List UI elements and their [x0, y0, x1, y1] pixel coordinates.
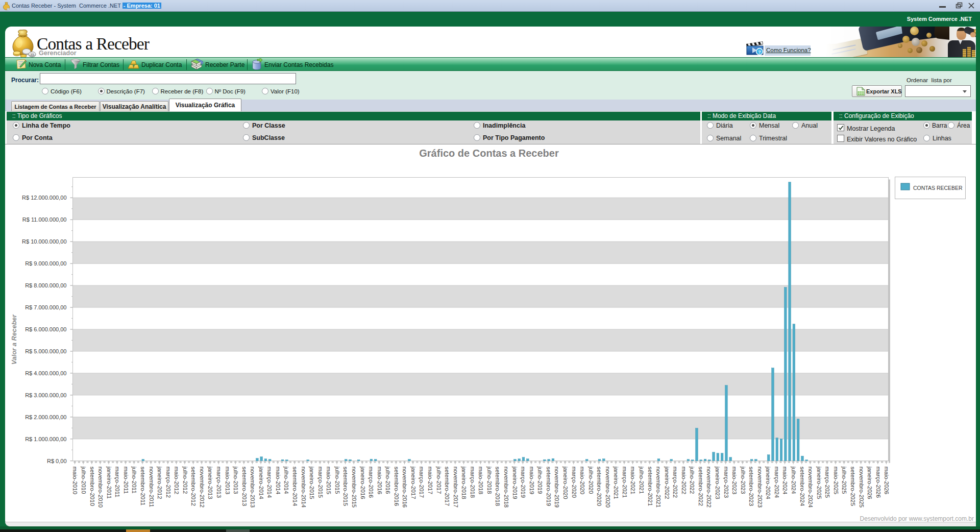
svg-text:janeiro-2023: janeiro-2023 — [715, 466, 721, 499]
svg-text:março-2014: março-2014 — [266, 467, 273, 498]
svg-text:março-2015: março-2015 — [317, 467, 324, 498]
svg-text:maio-2019: maio-2019 — [529, 467, 535, 494]
svg-text:março-2017: março-2017 — [419, 467, 425, 498]
svg-text:novembro-2010: novembro-2010 — [97, 467, 104, 508]
svg-text:janeiro-2018: janeiro-2018 — [461, 466, 467, 499]
svg-text:Desenvolvido por www.systempor: Desenvolvido por www.systemport.com.br — [860, 515, 974, 522]
svg-text:setembro-2023: setembro-2023 — [748, 467, 754, 506]
svg-text:julho-2025: julho-2025 — [841, 466, 847, 494]
svg-text:março-2011: março-2011 — [114, 467, 120, 498]
svg-text:julho-2024: julho-2024 — [791, 466, 797, 494]
svg-text:março-2013: março-2013 — [216, 467, 222, 498]
svg-text:março-2019: março-2019 — [520, 467, 526, 498]
svg-text:CONTAS RECEBER: CONTAS RECEBER — [913, 185, 963, 191]
svg-text:novembro-2019: novembro-2019 — [554, 467, 560, 508]
svg-text:maio-2020: maio-2020 — [579, 467, 585, 494]
svg-text:março-2023: março-2023 — [723, 467, 729, 498]
svg-text:novembro-2012: novembro-2012 — [199, 467, 205, 508]
svg-text:julho-2017: julho-2017 — [436, 466, 442, 494]
svg-text:novembro-2021: novembro-2021 — [655, 467, 662, 508]
svg-text:março-2018: março-2018 — [470, 467, 476, 498]
svg-text:setembro-2020: setembro-2020 — [596, 467, 602, 506]
svg-text:setembro-2018: setembro-2018 — [495, 467, 501, 506]
svg-text:novembro-2015: novembro-2015 — [351, 467, 357, 508]
svg-text:R$ 6.000.000,00: R$ 6.000.000,00 — [25, 326, 66, 332]
svg-text:novembro-2014: novembro-2014 — [301, 467, 307, 508]
svg-text:setembro-2011: setembro-2011 — [140, 467, 146, 506]
svg-text:julho-2016: julho-2016 — [385, 466, 391, 494]
svg-text:julho-2014: julho-2014 — [283, 466, 289, 494]
svg-text:Gráfico de Contas a Receber: Gráfico de Contas a Receber — [419, 148, 559, 159]
svg-text:maio-2025: maio-2025 — [833, 467, 839, 494]
svg-text:maio-2013: maio-2013 — [225, 467, 231, 494]
svg-text:julho-2022: julho-2022 — [689, 466, 695, 494]
svg-text:novembro-2017: novembro-2017 — [453, 467, 459, 508]
svg-text:R$ 3.000.000,00: R$ 3.000.000,00 — [25, 392, 66, 398]
svg-text:?: ? — [758, 50, 761, 55]
svg-text:maio-2026: maio-2026 — [884, 467, 890, 494]
svg-text:janeiro-2015: janeiro-2015 — [309, 466, 315, 499]
svg-text:R$ 8.000.000,00: R$ 8.000.000,00 — [25, 282, 66, 288]
svg-text:março-2022: março-2022 — [672, 467, 678, 498]
svg-text:janeiro-2024: janeiro-2024 — [765, 466, 771, 500]
svg-text:janeiro-2011: janeiro-2011 — [106, 466, 112, 499]
svg-text:maio-2014: maio-2014 — [275, 467, 281, 495]
svg-text:janeiro-2013: janeiro-2013 — [207, 466, 213, 499]
svg-text:Valor a Receber: Valor a Receber — [10, 314, 18, 365]
svg-text:setembro-2010: setembro-2010 — [89, 467, 95, 506]
svg-text:julho-2019: julho-2019 — [537, 466, 543, 494]
svg-text:R$ 4.000.000,00: R$ 4.000.000,00 — [25, 370, 66, 376]
svg-text:janeiro-2025: janeiro-2025 — [816, 466, 822, 499]
svg-text:maio-2017: maio-2017 — [427, 467, 433, 494]
svg-text:R$ 0,00: R$ 0,00 — [47, 458, 67, 464]
svg-text:R$ 5.000.000,00: R$ 5.000.000,00 — [25, 348, 66, 354]
svg-text:julho-2015: julho-2015 — [334, 466, 340, 494]
svg-text:julho-2023: julho-2023 — [740, 466, 746, 494]
svg-text:novembro-2011: novembro-2011 — [149, 467, 155, 507]
svg-text:julho-2018: julho-2018 — [486, 466, 493, 494]
svg-text:setembro-2024: setembro-2024 — [799, 467, 805, 506]
svg-text:setembro-2022: setembro-2022 — [698, 467, 704, 506]
svg-text:janeiro-2019: janeiro-2019 — [512, 466, 518, 499]
svg-text:novembro-2018: novembro-2018 — [503, 467, 509, 508]
svg-text:maio-2015: maio-2015 — [326, 467, 332, 494]
svg-text:maio-2021: maio-2021 — [630, 467, 636, 494]
svg-text:setembro-2021: setembro-2021 — [647, 467, 653, 506]
svg-text:novembro-2023: novembro-2023 — [757, 467, 763, 508]
svg-text:setembro-2016: setembro-2016 — [394, 467, 400, 506]
svg-text:novembro-2024: novembro-2024 — [807, 467, 814, 508]
svg-text:novembro-2020: novembro-2020 — [605, 467, 611, 508]
svg-text:janeiro-2020: janeiro-2020 — [562, 466, 569, 499]
svg-text:março-2025: março-2025 — [824, 467, 830, 498]
svg-text:julho-2013: julho-2013 — [233, 466, 239, 494]
svg-text:R$ 9.000.000,00: R$ 9.000.000,00 — [25, 260, 66, 267]
svg-text:janeiro-2017: janeiro-2017 — [410, 466, 416, 499]
svg-text:janeiro-2026: janeiro-2026 — [867, 466, 873, 499]
svg-text:janeiro-2021: janeiro-2021 — [613, 466, 619, 499]
svg-text:novembro-2013: novembro-2013 — [250, 467, 256, 508]
svg-text:maio-2011: maio-2011 — [123, 467, 129, 494]
svg-text:março-2026: março-2026 — [875, 467, 881, 498]
svg-text:maio-2016: maio-2016 — [377, 467, 383, 494]
svg-text:R$ 2.000.000,00: R$ 2.000.000,00 — [25, 414, 66, 420]
svg-text:setembro-2019: setembro-2019 — [546, 467, 552, 506]
svg-text:maio-2018: maio-2018 — [478, 467, 484, 494]
svg-text:julho-2021: julho-2021 — [639, 466, 645, 494]
svg-text:março-2024: março-2024 — [774, 467, 780, 498]
svg-text:setembro-2013: setembro-2013 — [241, 467, 248, 506]
svg-text:maio-2024: maio-2024 — [782, 467, 788, 495]
svg-text:novembro-2016: novembro-2016 — [402, 467, 408, 508]
svg-text:R$ 12.000.000,00: R$ 12.000.000,00 — [22, 195, 66, 201]
svg-text:R$ 10.000.000,00: R$ 10.000.000,00 — [22, 238, 66, 245]
svg-text:maio-2023: maio-2023 — [731, 467, 738, 494]
svg-text:setembro-2012: setembro-2012 — [190, 467, 197, 506]
svg-text:julho-2020: julho-2020 — [588, 466, 594, 494]
svg-text:julho-2010: julho-2010 — [81, 466, 87, 494]
svg-text:novembro-2022: novembro-2022 — [706, 467, 712, 508]
svg-text:maio-2012: maio-2012 — [174, 467, 180, 494]
svg-text:janeiro-2016: janeiro-2016 — [360, 466, 366, 499]
svg-text:janeiro-2012: janeiro-2012 — [157, 466, 163, 499]
svg-text:março-2016: março-2016 — [368, 467, 374, 498]
svg-text:maio-2010: maio-2010 — [72, 467, 78, 494]
svg-text:23: 23 — [31, 53, 34, 56]
